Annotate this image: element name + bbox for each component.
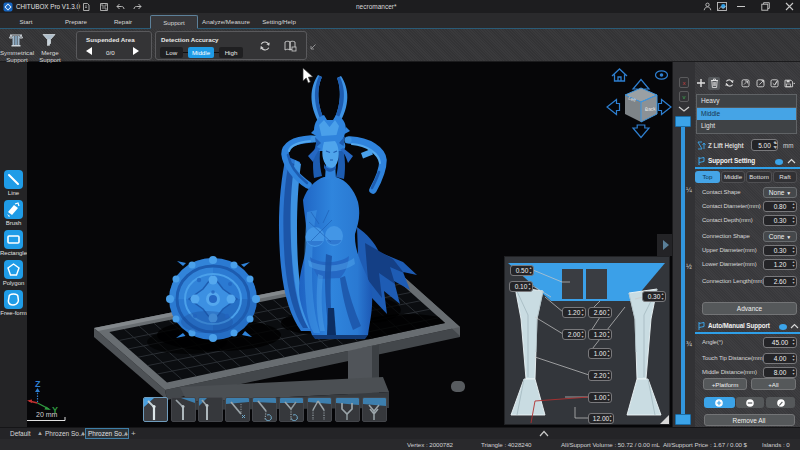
svg-text:Z: Z <box>35 379 41 389</box>
svg-text:Back: Back <box>645 106 657 112</box>
svg-text:20 mm: 20 mm <box>36 411 58 418</box>
